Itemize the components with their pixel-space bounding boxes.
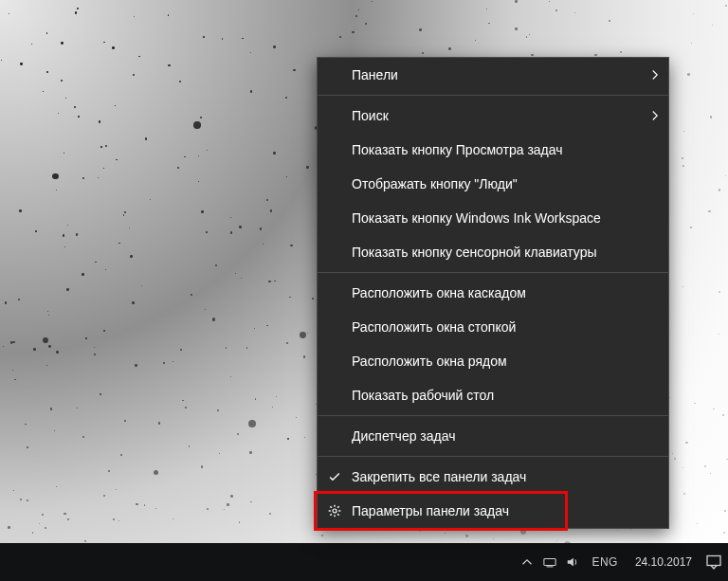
menu-item-label: Показать кнопку Windows Ink Workspace <box>352 210 642 226</box>
menu-separator <box>318 415 668 416</box>
clock-date[interactable]: 24.10.2017 <box>629 555 698 569</box>
menu-item-search[interactable]: Поиск <box>318 99 668 133</box>
menu-item-label: Поиск <box>352 108 642 123</box>
menu-item-label: Диспетчер задач <box>352 428 642 444</box>
taskbar[interactable]: ENG 24.10.2017 <box>0 543 728 581</box>
menu-item-label: Показать кнопку Просмотра задач <box>352 142 642 157</box>
tray-up-icon[interactable] <box>519 554 535 570</box>
action-center-icon[interactable] <box>705 554 722 571</box>
svg-line-9 <box>337 514 338 515</box>
menu-item-show-desktop[interactable]: Показать рабочий стол <box>318 378 668 412</box>
network-icon[interactable] <box>542 554 557 570</box>
menu-item-taskmgr[interactable]: Диспетчер задач <box>318 419 668 453</box>
gear-icon <box>318 504 352 517</box>
menu-item-label: Расположить окна рядом <box>352 354 642 369</box>
menu-item-label: Расположить окна стопкой <box>352 319 642 335</box>
menu-separator <box>318 456 668 457</box>
svg-line-8 <box>330 506 331 507</box>
taskbar-context-menu: ПанелиПоискПоказать кнопку Просмотра зад… <box>317 57 669 529</box>
menu-item-sidebyside[interactable]: Расположить окна рядом <box>318 344 668 378</box>
menu-item-lock-taskbars[interactable]: Закрепить все панели задач <box>318 460 668 494</box>
menu-separator <box>318 272 668 273</box>
menu-item-show-touchkb[interactable]: Показать кнопку сенсорной клавиатуры <box>318 235 668 269</box>
volume-icon[interactable] <box>565 554 580 570</box>
menu-item-label: Отображать кнопку "Люди" <box>352 176 642 191</box>
chevron-right-icon <box>642 110 668 121</box>
menu-item-label: Показать кнопку сенсорной клавиатуры <box>352 245 642 260</box>
menu-item-taskbar-settings[interactable]: Параметры панели задач <box>318 494 668 528</box>
check-icon <box>318 470 352 483</box>
chevron-right-icon <box>642 69 668 81</box>
tray-date: 24.10.2017 <box>635 555 692 569</box>
svg-rect-1 <box>547 566 554 567</box>
menu-item-toolbars[interactable]: Панели <box>318 58 668 92</box>
svg-rect-2 <box>707 556 720 566</box>
menu-item-show-taskview[interactable]: Показать кнопку Просмотра задач <box>318 133 668 167</box>
svg-line-10 <box>337 506 338 507</box>
menu-item-stack[interactable]: Расположить окна стопкой <box>318 310 668 344</box>
menu-item-label: Показать рабочий стол <box>352 388 642 403</box>
menu-item-label: Расположить окна каскадом <box>352 285 642 300</box>
menu-separator <box>318 95 668 96</box>
menu-item-show-people[interactable]: Отображать кнопку "Люди" <box>318 167 668 201</box>
menu-item-cascade[interactable]: Расположить окна каскадом <box>318 276 668 310</box>
system-tray: ENG 24.10.2017 <box>519 543 722 581</box>
menu-item-label: Закрепить все панели задач <box>352 469 642 484</box>
menu-item-label: Панели <box>352 67 642 82</box>
menu-item-label: Параметры панели задач <box>352 503 642 518</box>
menu-item-show-ink[interactable]: Показать кнопку Windows Ink Workspace <box>318 201 668 235</box>
language-indicator[interactable]: ENG <box>588 555 622 569</box>
svg-line-11 <box>330 514 331 515</box>
svg-rect-0 <box>544 559 555 566</box>
svg-point-3 <box>333 509 337 513</box>
